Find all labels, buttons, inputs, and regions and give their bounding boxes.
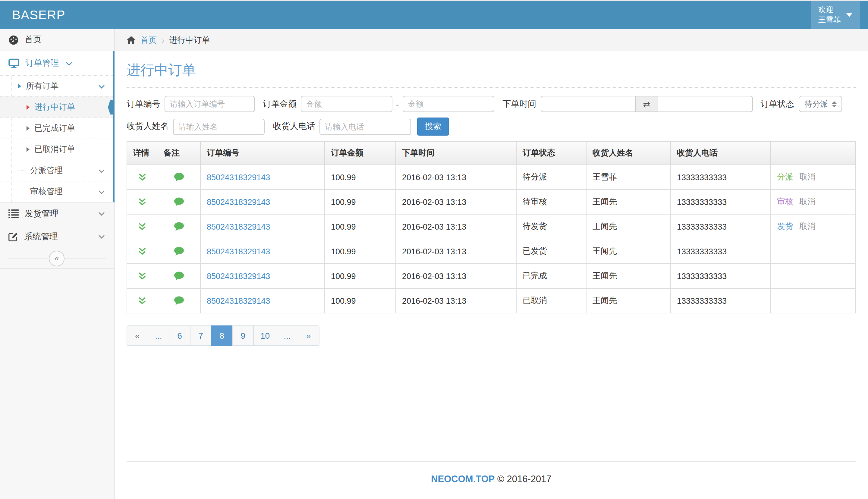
user-welcome: 欢迎 王雪菲 — [818, 5, 841, 25]
order-number-cell: 85024318329143 — [200, 165, 325, 190]
breadcrumb-home-link[interactable]: 首页 — [140, 35, 157, 46]
user-menu-toggle[interactable]: 欢迎 王雪菲 — [810, 1, 860, 29]
footer-site-link[interactable]: NEOCOM.TOP — [431, 474, 494, 484]
angle-double-down-icon[interactable] — [137, 222, 147, 231]
order-number-cell: 85024318329143 — [200, 288, 325, 313]
sidebar-item-dispatch-mgmt[interactable]: 分派管理 — [0, 160, 113, 181]
comment-icon[interactable] — [173, 172, 184, 182]
swap-dates-button[interactable]: ⇄ — [636, 96, 657, 112]
sidebar-item-home[interactable]: 首页 — [0, 29, 114, 51]
review-action[interactable]: 审核 — [777, 197, 793, 206]
sidebar-item-cancelled-orders[interactable]: 已取消订单 — [0, 138, 113, 160]
orders-table-body: 85024318329143100.992016-02-03 13:13待分派王… — [127, 165, 856, 313]
title-separator — [126, 87, 856, 88]
sidebar-completed-label: 已完成订单 — [34, 123, 106, 134]
pagination-item: ... — [277, 326, 298, 346]
pagination-ellipsis[interactable]: ... — [277, 326, 298, 346]
column-header: 订单状态 — [516, 141, 586, 165]
pagination-ellipsis[interactable]: ... — [148, 326, 169, 346]
receiver-name-cell: 王闻先 — [586, 190, 671, 214]
pagination-page-6[interactable]: 6 — [169, 326, 191, 346]
pagination-item: 6 — [169, 326, 191, 346]
receiver-name-cell: 王闻先 — [586, 239, 671, 264]
order-no-input[interactable] — [164, 96, 255, 112]
sidebar-item-review-mgmt[interactable]: 审核管理 — [0, 181, 113, 202]
dashboard-icon — [9, 35, 19, 45]
pagination-page-7[interactable]: 7 — [190, 326, 211, 346]
table-row: 85024318329143100.992016-02-03 13:13待分派王… — [127, 165, 856, 190]
order-status-value: 待分派 — [804, 99, 828, 109]
caret-right-icon — [18, 84, 21, 88]
caret-down-icon — [846, 13, 852, 17]
order-number-cell: 85024318329143 — [200, 214, 325, 239]
sidebar-cancelled-label: 已取消订单 — [34, 144, 106, 155]
order-number-link[interactable]: 85024318329143 — [207, 173, 270, 182]
detail-cell — [127, 239, 157, 264]
sidebar-item-shipping-mgmt[interactable]: 发货管理 — [0, 203, 114, 226]
sidebar-item-all-orders[interactable]: 所有订单 — [0, 75, 113, 96]
tree-connector — [18, 191, 25, 192]
actions-cell: 分派取消 — [771, 165, 856, 190]
search-button[interactable]: 搜索 — [417, 118, 449, 136]
order-number-link[interactable]: 85024318329143 — [207, 197, 270, 206]
comment-icon[interactable] — [173, 197, 184, 207]
order-number-link[interactable]: 85024318329143 — [207, 222, 270, 231]
receiver-name-input[interactable] — [173, 119, 265, 135]
order-status-cell: 已完成 — [516, 264, 586, 288]
detail-cell — [127, 214, 157, 239]
order-amount-cell: 100.99 — [325, 264, 396, 288]
amount-range-separator: - — [396, 99, 399, 109]
pagination-prev[interactable]: « — [126, 326, 148, 346]
sidebar-item-order-mgmt[interactable]: 订单管理 — [0, 51, 113, 75]
cancel-action[interactable]: 取消 — [799, 172, 816, 181]
caret-right-icon — [26, 126, 29, 131]
ship-action[interactable]: 发货 — [777, 222, 793, 231]
pagination: «...678910...» — [126, 326, 856, 346]
brand-logo: BASERP — [0, 1, 114, 29]
amount-max-input[interactable] — [402, 96, 494, 112]
comment-icon[interactable] — [173, 271, 184, 281]
note-cell — [157, 165, 200, 190]
angle-double-down-icon[interactable] — [137, 197, 147, 207]
comment-icon[interactable] — [173, 222, 184, 231]
comment-icon[interactable] — [173, 296, 184, 306]
sidebar-item-system-mgmt[interactable]: 系统管理 — [0, 226, 114, 248]
angle-double-down-icon[interactable] — [137, 246, 147, 256]
order-no-label: 订单编号 — [126, 99, 160, 109]
page-body: 进行中订单 订单编号 订单金额 - 下单时间 ⇄ 订单状态 — [114, 51, 868, 461]
angle-double-down-icon[interactable] — [137, 296, 147, 306]
pagination-page-9[interactable]: 9 — [232, 326, 254, 346]
order-number-link[interactable]: 85024318329143 — [207, 247, 270, 256]
comment-icon[interactable] — [173, 246, 184, 256]
detail-cell — [127, 264, 157, 288]
order-number-link[interactable]: 85024318329143 — [207, 271, 270, 281]
pagination-item: 8 — [211, 326, 233, 346]
table-row: 85024318329143100.992016-02-03 13:13已完成王… — [127, 264, 856, 288]
list-icon — [9, 209, 19, 218]
angle-double-down-icon[interactable] — [137, 172, 147, 182]
sidebar-collapse-button[interactable]: « — [49, 251, 64, 266]
caret-right-icon — [26, 105, 29, 110]
order-status-select[interactable]: 待分派 — [798, 96, 842, 112]
sidebar-item-in-progress-orders[interactable]: 进行中订单 — [0, 96, 113, 118]
sidebar-shipping-mgmt-label: 发货管理 — [25, 208, 91, 219]
date-from-input[interactable] — [540, 96, 636, 112]
amount-min-input[interactable] — [301, 96, 392, 112]
pagination-next[interactable]: » — [297, 326, 319, 346]
pagination-page-8[interactable]: 8 — [211, 326, 233, 346]
dispatch-action[interactable]: 分派 — [777, 172, 793, 181]
date-to-input[interactable] — [657, 96, 753, 112]
cancel-action[interactable]: 取消 — [799, 197, 816, 206]
receiver-phone-input[interactable] — [319, 119, 411, 135]
pagination-page-10[interactable]: 10 — [253, 326, 277, 346]
date-range-group: ⇄ — [540, 96, 753, 112]
receiver-name-cell: 王闻先 — [586, 214, 671, 239]
detail-cell — [127, 165, 157, 190]
cancel-action[interactable]: 取消 — [799, 222, 816, 231]
angle-double-down-icon[interactable] — [137, 271, 147, 281]
sidebar-item-completed-orders[interactable]: 已完成订单 — [0, 118, 113, 138]
receiver-phone-cell: 13333333333 — [671, 264, 771, 288]
select-arrows-icon — [832, 101, 836, 107]
order-time-cell: 2016-02-03 13:13 — [396, 214, 516, 239]
order-number-link[interactable]: 85024318329143 — [207, 296, 270, 305]
